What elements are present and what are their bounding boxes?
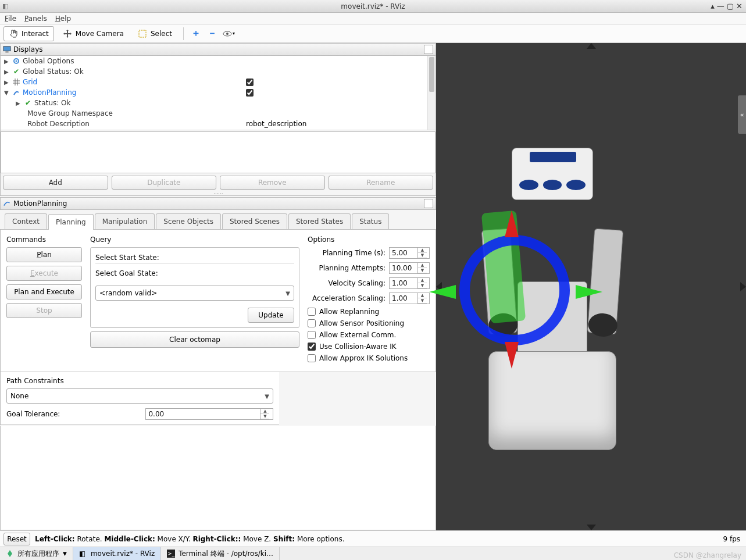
menu-help[interactable]: Help <box>55 15 71 23</box>
viewport-nav-right-icon[interactable] <box>740 282 746 291</box>
goal-tolerance-spin[interactable]: ▲▼ <box>145 408 273 420</box>
planning-time-spin[interactable]: ▲▼ <box>389 247 430 259</box>
tree-row-grid[interactable]: ▶ Grid <box>1 77 436 87</box>
tab-manipulation[interactable]: Manipulation <box>95 213 155 229</box>
combo-value: <random valid> <box>99 289 157 297</box>
marker-z-up-arrow[interactable] <box>505 211 519 237</box>
spin-down-icon[interactable]: ▼ <box>418 298 427 304</box>
splitter-handle[interactable]: ⋯⋯ <box>1 192 436 195</box>
tab-planning[interactable]: Planning <box>48 214 94 230</box>
spin-up-icon[interactable]: ▲ <box>418 278 427 283</box>
allow-replanning-checkbox[interactable] <box>308 308 316 316</box>
window-close-button[interactable]: ✕ <box>736 2 743 10</box>
viewport-nav-up-icon[interactable] <box>587 43 596 49</box>
tab-context[interactable]: Context <box>5 213 47 229</box>
goal-state-combo[interactable]: <random valid> ▼ <box>95 286 294 301</box>
select-goal-state-tab[interactable]: Select Goal State: <box>95 268 294 279</box>
collision-ik-checkbox[interactable] <box>308 343 316 351</box>
menu-panels[interactable]: Panels <box>24 15 47 23</box>
marker-y-left-arrow[interactable] <box>429 285 456 299</box>
window-maximize-button[interactable]: ▢ <box>727 2 734 10</box>
allow-sensor-checkbox[interactable] <box>308 319 316 327</box>
displays-scrollbar[interactable] <box>427 56 436 130</box>
spin-down-icon[interactable]: ▼ <box>418 268 427 273</box>
tree-label: MotionPlanning <box>23 88 76 97</box>
motionplanning-visible-checkbox[interactable] <box>246 89 254 97</box>
marker-z-down-arrow[interactable] <box>505 342 519 369</box>
viewport-nav-down-icon[interactable] <box>587 525 596 530</box>
tree-row-global-status[interactable]: ▶ ✔ Global Status: Ok <box>1 66 436 77</box>
task-all-apps[interactable]: 所有应用程序 ▼ <box>0 547 73 560</box>
interact-button[interactable]: Interact <box>3 26 54 41</box>
menu-file[interactable]: File <box>5 15 16 23</box>
planning-time-label: Planning Time (s): <box>308 249 386 257</box>
viewport-collapse-handle[interactable]: « <box>738 95 746 134</box>
velocity-scaling-input[interactable] <box>390 279 417 287</box>
plan-button[interactable]: Plan <box>6 247 82 262</box>
window-minimize-button[interactable]: — <box>717 2 724 10</box>
update-button[interactable]: Update <box>248 308 294 323</box>
expand-icon[interactable]: ▶ <box>4 79 10 85</box>
goal-tolerance-input[interactable] <box>146 410 260 418</box>
spin-down-icon[interactable]: ▼ <box>418 283 427 288</box>
displays-unpin-button[interactable] <box>424 45 433 54</box>
tree-row-status-ok[interactable]: ▶ ✔ Status: Ok <box>1 98 436 108</box>
displays-tree[interactable]: ▶ Global Options ▶ ✔ Global Status: Ok ▶… <box>1 56 436 130</box>
expand-icon[interactable]: ▼ <box>4 90 10 96</box>
reset-button[interactable]: Reset <box>3 533 30 545</box>
combo-value: None <box>10 392 28 400</box>
remove-focus-button[interactable]: － <box>206 27 219 40</box>
allow-external-checkbox[interactable] <box>308 331 316 339</box>
select-button[interactable]: Select <box>133 26 177 41</box>
velocity-scaling-spin[interactable]: ▲▼ <box>389 277 430 289</box>
marker-y-right-arrow[interactable] <box>576 285 602 299</box>
spin-down-icon[interactable]: ▼ <box>260 414 269 419</box>
motionplanning-title: MotionPlanning <box>13 199 67 208</box>
robot-icon <box>3 199 11 208</box>
motionplanning-unpin-button[interactable] <box>424 199 433 208</box>
path-constraints-combo[interactable]: None ▼ <box>6 388 273 404</box>
tab-scene-objects[interactable]: Scene Objects <box>156 213 221 229</box>
tab-stored-states[interactable]: Stored States <box>288 213 351 229</box>
interactive-marker-ring[interactable] <box>459 235 570 345</box>
planning-attempts-spin[interactable]: ▲▼ <box>389 262 430 274</box>
move-camera-button[interactable]: Move Camera <box>58 26 129 41</box>
gear-icon <box>12 57 20 65</box>
window-title: moveit.rviz* - RViz <box>341 2 405 10</box>
grid-visible-checkbox[interactable] <box>246 79 254 86</box>
accel-scaling-spin[interactable]: ▲▼ <box>389 293 430 304</box>
add-button[interactable]: Add <box>3 176 108 190</box>
3d-viewport[interactable]: « <box>436 43 746 530</box>
tab-status[interactable]: Status <box>352 213 389 229</box>
tree-row-global-options[interactable]: ▶ Global Options <box>1 56 436 66</box>
hand-icon <box>9 29 18 38</box>
window-rollup-button[interactable]: ▴ <box>711 2 715 10</box>
spin-up-icon[interactable]: ▲ <box>418 248 427 253</box>
select-start-state-tab[interactable]: Select Start State: <box>95 252 294 263</box>
goal-tolerance-label: Goal Tolerance: <box>6 410 140 418</box>
interact-label: Interact <box>22 30 49 38</box>
task-rviz[interactable]: ◧ moveit.rviz* - RViz <box>73 547 161 560</box>
planning-time-input[interactable] <box>390 249 417 257</box>
tree-row-robot-description[interactable]: Robot Description robot_description <box>1 119 436 129</box>
expand-icon[interactable]: ▶ <box>16 100 22 106</box>
tree-row-move-group-ns[interactable]: Move Group Namespace <box>1 108 436 119</box>
task-terminal[interactable]: >_ Terminal 终端 - /opt/ros/ki… <box>161 547 280 560</box>
expand-icon[interactable]: ▶ <box>4 69 10 75</box>
taskbar: 所有应用程序 ▼ ◧ moveit.rviz* - RViz >_ Termin… <box>0 547 746 560</box>
spin-up-icon[interactable]: ▲ <box>418 263 427 268</box>
approx-ik-checkbox[interactable] <box>308 354 316 362</box>
path-constraints-label: Path Constraints <box>6 377 273 385</box>
accel-scaling-input[interactable] <box>390 294 417 302</box>
tab-stored-scenes[interactable]: Stored Scenes <box>222 213 287 229</box>
spin-up-icon[interactable]: ▲ <box>260 409 269 414</box>
plan-execute-button[interactable]: Plan and Execute <box>6 284 82 299</box>
tree-row-motionplanning[interactable]: ▼ MotionPlanning <box>1 87 436 98</box>
planning-attempts-input[interactable] <box>390 264 417 272</box>
spin-down-icon[interactable]: ▼ <box>418 253 427 258</box>
add-focus-button[interactable]: ＋ <box>190 27 202 40</box>
clear-octomap-button[interactable]: Clear octomap <box>90 331 299 348</box>
focal-point-button[interactable]: ▾ <box>222 27 235 40</box>
spin-up-icon[interactable]: ▲ <box>418 293 427 298</box>
expand-icon[interactable]: ▶ <box>4 58 10 65</box>
